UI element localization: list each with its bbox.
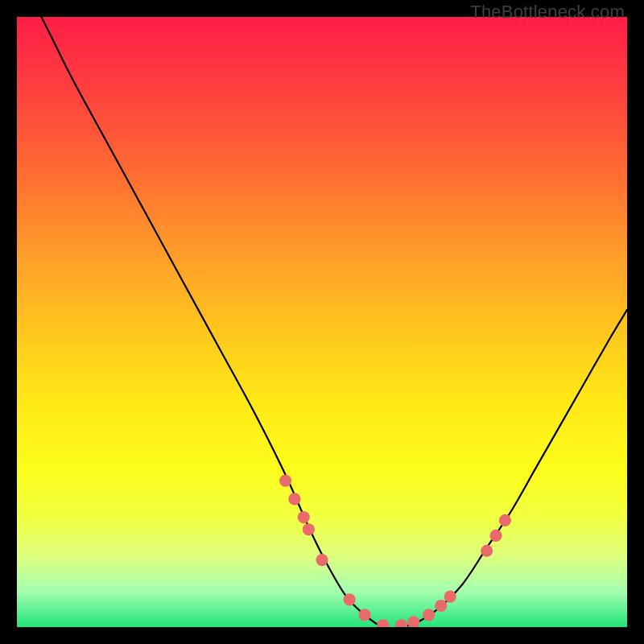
marker-point [344, 593, 356, 605]
marker-point [303, 523, 315, 535]
marker-point [395, 619, 407, 627]
marker-point [481, 545, 493, 557]
marker-point [444, 591, 456, 603]
chart-frame: TheBottleneck.com [0, 0, 644, 644]
bottleneck-curve [17, 17, 627, 627]
marker-point [316, 554, 328, 566]
curve-markers [279, 475, 511, 628]
marker-point [423, 609, 435, 621]
marker-point [499, 514, 511, 526]
plot-area [17, 17, 627, 627]
watermark-text: TheBottleneck.com [470, 2, 625, 23]
marker-point [377, 619, 389, 627]
marker-point [407, 616, 419, 627]
marker-point [435, 600, 447, 612]
marker-point [358, 609, 370, 621]
marker-point [279, 475, 291, 487]
curve-svg [17, 17, 627, 627]
marker-point [489, 530, 502, 542]
marker-point [298, 511, 310, 523]
marker-point [288, 493, 300, 505]
